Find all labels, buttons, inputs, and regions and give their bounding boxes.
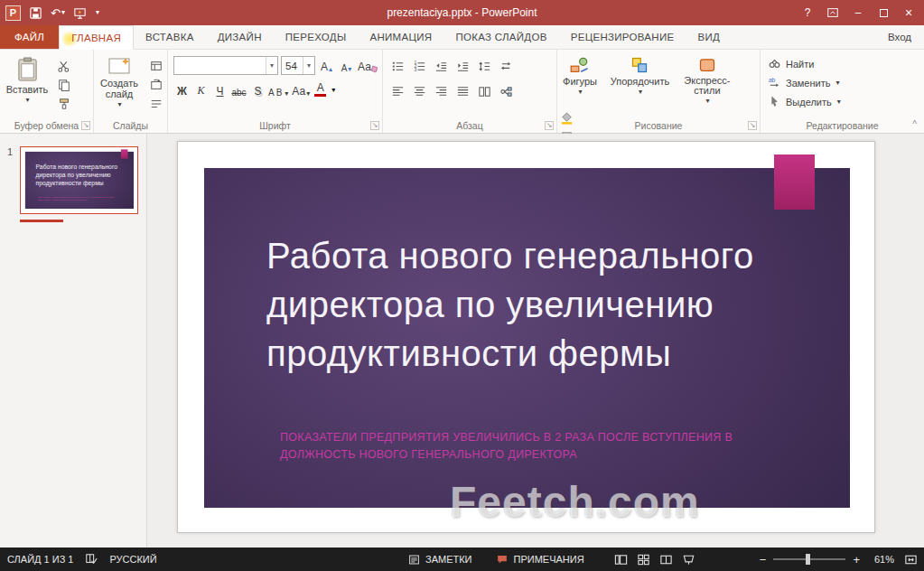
font-size-combo[interactable]: 54 ▾ xyxy=(281,56,315,75)
watermark: Feetch.com xyxy=(450,477,700,527)
close-button[interactable]: × xyxy=(897,3,920,23)
format-painter-icon[interactable] xyxy=(54,95,73,113)
group-slides: Создать слайд ▾ xyxy=(94,50,168,133)
tab-home[interactable]: ГЛАВНАЯ xyxy=(59,25,134,50)
align-center-button[interactable] xyxy=(410,82,429,100)
slide-thumbnail[interactable]: Работа нового генерального директора по … xyxy=(20,146,138,214)
select-button[interactable]: Выделить ▾ xyxy=(761,89,924,108)
cut-icon[interactable] xyxy=(54,57,73,75)
replace-button[interactable]: ab Заменить ▾ xyxy=(761,70,924,89)
customize-qat-button[interactable]: ▾ xyxy=(95,9,99,16)
shrink-font-button[interactable]: А▾ xyxy=(338,57,355,75)
line-spacing-button[interactable] xyxy=(475,57,494,75)
zoom-slider[interactable] xyxy=(773,558,845,560)
numbering-button[interactable]: 123 xyxy=(410,57,429,75)
arrange-button[interactable]: Упорядочить ▾ xyxy=(606,53,673,96)
strikethrough-button[interactable]: abc xyxy=(230,81,247,99)
paste-button[interactable]: Вставить ▾ xyxy=(4,53,51,104)
quick-styles-button[interactable]: Экспресс-стили ▾ xyxy=(677,53,737,105)
slide-layout-icon[interactable] xyxy=(146,57,165,75)
undo-button[interactable]: ↶▾ xyxy=(51,6,65,20)
save-icon[interactable] xyxy=(29,6,42,20)
clear-formatting-button[interactable]: Аа xyxy=(358,57,378,75)
align-right-button[interactable] xyxy=(432,82,451,100)
fit-slide-to-window-button[interactable] xyxy=(901,550,919,568)
slide-subtitle[interactable]: ПОКАЗАТЕЛИ ПРЕДПРИЯТИЯ УВЕЛИЧИЛИСЬ В 2 Р… xyxy=(280,429,786,463)
tab-design[interactable]: ДИЗАЙН xyxy=(206,25,274,49)
collapse-ribbon-button[interactable]: ^ xyxy=(912,119,917,129)
reading-view-button[interactable] xyxy=(658,550,676,568)
language-indicator[interactable]: РУССКИЙ xyxy=(109,554,156,565)
tab-animations[interactable]: АНИМАЦИЯ xyxy=(358,25,443,49)
tab-review[interactable]: РЕЦЕНЗИРОВАНИЕ xyxy=(559,25,686,49)
underline-button[interactable]: Ч xyxy=(211,81,229,99)
tab-insert[interactable]: ВСТАВКА xyxy=(134,25,206,49)
slides-small-buttons xyxy=(146,57,165,113)
shapes-button[interactable]: Фигуры ▾ xyxy=(557,53,602,96)
text-direction-button[interactable] xyxy=(497,57,516,75)
group-label: Редактирование xyxy=(761,120,924,131)
slide-sorter-view-button[interactable] xyxy=(635,550,653,568)
columns-button[interactable] xyxy=(475,82,494,100)
chevron-down-icon: ▾ xyxy=(266,57,277,74)
window-title: prezentaciya.pptx - PowerPoint xyxy=(0,6,924,19)
character-spacing-button[interactable]: АВ▾ xyxy=(268,81,290,99)
maximize-button[interactable] xyxy=(872,3,895,23)
bullets-button[interactable] xyxy=(388,57,407,75)
group-paragraph: 123 xyxy=(383,50,557,133)
clipboard-small-buttons xyxy=(54,57,73,113)
normal-view-button[interactable] xyxy=(612,550,630,568)
replace-icon: ab xyxy=(768,76,781,89)
find-button[interactable]: Найти xyxy=(761,53,924,70)
slide-indicator[interactable]: СЛАЙД 1 ИЗ 1 xyxy=(7,554,73,565)
chevron-down-icon: ▾ xyxy=(331,87,335,94)
new-slide-button[interactable]: Создать слайд ▾ xyxy=(96,53,143,108)
notes-toggle[interactable]: ЗАМЕТКИ xyxy=(408,554,472,566)
slide-page[interactable]: Работа нового генерального директора по … xyxy=(177,141,875,533)
align-left-button[interactable] xyxy=(388,82,407,100)
chevron-down-icon: ▾ xyxy=(639,89,642,96)
slideshow-view-button[interactable] xyxy=(680,550,698,568)
thumbnail-subtitle: ПОКАЗАТЕЛИ ПРЕДПРИЯТИЯ УВЕЛИЧИЛИСЬ В 2 Р… xyxy=(38,195,123,201)
notes-icon xyxy=(408,554,420,566)
font-color-bar xyxy=(314,94,326,97)
font-name-combo[interactable]: ▾ xyxy=(173,56,278,75)
thumbnail-page: Работа нового генерального директора по … xyxy=(21,147,138,213)
thumbnail-title: Работа нового генерального директора по … xyxy=(35,163,117,187)
chevron-down-icon: ▾ xyxy=(117,101,121,108)
text-shadow-button[interactable]: S xyxy=(249,81,266,99)
zoom-level[interactable]: 61% xyxy=(867,554,894,565)
section-icon[interactable] xyxy=(146,95,165,113)
tab-transitions[interactable]: ПЕРЕХОДЫ xyxy=(274,25,359,49)
start-slideshow-icon[interactable] xyxy=(73,6,87,20)
justify-button[interactable] xyxy=(453,82,472,100)
workspace: 1 Работа нового генерального директора п… xyxy=(0,134,924,548)
grow-font-button[interactable]: А▴ xyxy=(318,57,335,75)
new-slide-icon xyxy=(107,56,131,76)
powerpoint-app-icon[interactable]: P xyxy=(5,5,21,21)
bold-button[interactable]: Ж xyxy=(173,81,191,99)
italic-button[interactable]: К xyxy=(192,81,210,99)
spell-check-icon[interactable] xyxy=(85,553,98,566)
ribbon-display-options-button[interactable] xyxy=(821,3,845,23)
zoom-in-button[interactable]: + xyxy=(853,553,860,566)
font-color-button[interactable]: А xyxy=(312,81,329,99)
decrease-indent-button[interactable] xyxy=(432,57,451,75)
minimize-button[interactable]: – xyxy=(846,3,870,23)
change-case-button[interactable]: Аа▾ xyxy=(292,81,310,99)
slide-title[interactable]: Работа нового генерального директора по … xyxy=(266,231,754,378)
sign-in-link[interactable]: Вход xyxy=(875,25,924,49)
reset-slide-icon[interactable] xyxy=(146,76,165,94)
zoom-slider-thumb[interactable] xyxy=(806,554,810,565)
copy-icon[interactable] xyxy=(54,76,73,94)
tab-file[interactable]: ФАЙЛ xyxy=(0,25,59,49)
increase-indent-button[interactable] xyxy=(453,57,472,75)
comments-toggle[interactable]: ПРИМЕЧАНИЯ xyxy=(496,554,584,566)
tab-view[interactable]: ВИД xyxy=(686,25,733,49)
tab-slideshow[interactable]: ПОКАЗ СЛАЙДОВ xyxy=(443,25,558,49)
slide-canvas[interactable]: Работа нового генерального директора по … xyxy=(147,134,924,548)
zoom-out-button[interactable]: − xyxy=(760,553,767,566)
help-button[interactable]: ? xyxy=(796,3,819,23)
convert-to-smartart-button[interactable] xyxy=(497,82,516,100)
slide-thumbnail-pane[interactable]: 1 Работа нового генерального директора п… xyxy=(0,134,147,548)
